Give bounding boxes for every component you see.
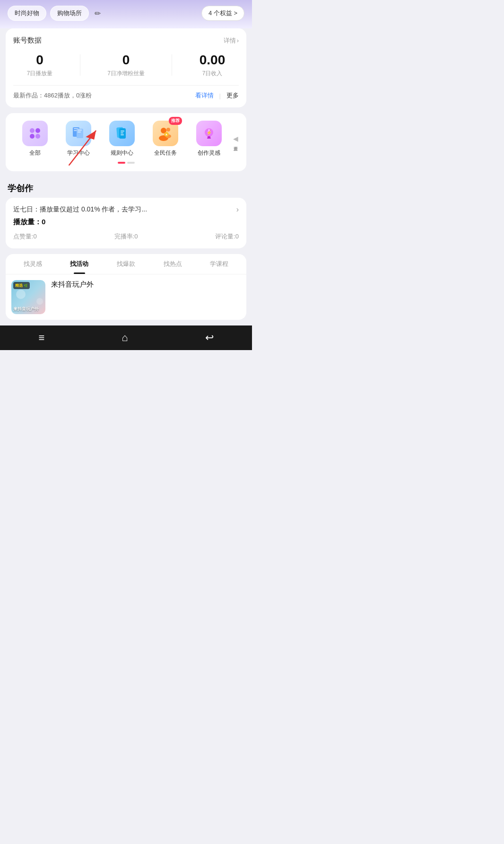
svg-rect-22 <box>207 138 211 139</box>
stat-plays: 0 7日播放量 <box>27 53 53 78</box>
svg-rect-12 <box>121 131 124 132</box>
people-icon <box>157 125 174 142</box>
dot-2 <box>127 162 135 164</box>
tab-trending[interactable]: 找爆款 <box>103 254 149 274</box>
tool-learning-label: 学习中心 <box>67 149 90 157</box>
tools-card: 全部 学习中心 <box>6 113 246 171</box>
tool-tasks[interactable]: 推荐 全民任务 <box>144 121 187 157</box>
account-card: 账号数据 详情 › 0 7日播放量 0 7日净增粉丝量 0.00 7日收入 最新 <box>6 28 246 107</box>
svg-point-17 <box>166 128 170 132</box>
pagination-dots <box>13 162 239 164</box>
stat-fans-value: 0 <box>107 53 145 68</box>
tool-learning[interactable]: 学习中心 <box>57 121 100 157</box>
app-container: 时尚好物 购物场所 ✏ 4 个权益 > 账号数据 详情 › 0 7日播放量 0 … <box>0 0 252 350</box>
view-detail-link[interactable]: 看详情 <box>195 91 214 100</box>
learn-stat-comments: 评论量:0 <box>215 232 239 241</box>
tool-all-label: 全部 <box>29 149 41 157</box>
svg-point-2 <box>30 134 35 139</box>
learn-stat-likes: 点赞量:0 <box>13 232 37 241</box>
stat-fans: 0 7日净增粉丝量 <box>107 53 145 78</box>
stat-plays-value: 0 <box>27 53 53 68</box>
svg-point-1 <box>35 128 40 133</box>
tool-inspiration-icon: ⚡ <box>196 121 222 146</box>
learn-stats-row: 点赞量:0 完播率:0 评论量:0 <box>13 232 239 241</box>
more-link[interactable]: 更多 <box>226 91 239 100</box>
tab-activities[interactable]: 找活动 <box>56 254 103 274</box>
tool-rules-icon <box>109 121 135 146</box>
tool-rules[interactable]: 规则中心 <box>100 121 144 157</box>
svg-point-3 <box>35 134 40 139</box>
learn-card-row: 近七日：播放量仅超过 0.01% 作者，去学习... › <box>13 205 239 214</box>
nav-menu-icon[interactable]: ≡ <box>38 332 44 344</box>
learn-card-text: 近七日：播放量仅超过 0.01% 作者，去学习... <box>13 205 147 214</box>
top-bar: 时尚好物 购物场所 ✏ 4 个权益 > <box>0 0 252 28</box>
tool-learning-icon <box>66 121 91 146</box>
tag-shopping[interactable]: 购物场所 <box>50 6 89 21</box>
dot-1 <box>118 162 125 164</box>
learn-section-title: 学创作 <box>0 177 252 198</box>
tool-inspiration-label: 创作灵感 <box>198 149 220 157</box>
svg-rect-8 <box>78 130 82 131</box>
nav-home-icon[interactable]: ⌂ <box>122 332 128 344</box>
slide-arrow-icon: ◀ <box>233 135 238 142</box>
stats-row: 0 7日播放量 0 7日净增粉丝量 0.00 7日收入 <box>13 53 239 78</box>
stat-fans-label: 7日净增粉丝量 <box>107 70 145 78</box>
tool-tasks-icon: 推荐 <box>153 121 178 146</box>
latest-work-text: 最新作品：4862播放，0涨粉 <box>13 91 92 100</box>
stat-income-label: 7日收入 <box>200 70 226 78</box>
recommend-badge: 推荐 <box>169 117 182 125</box>
rights-button[interactable]: 4 个权益 > <box>201 6 244 21</box>
tab-content: 精选 🌿 来抖音玩户外 来抖音玩户外 <box>6 274 246 320</box>
top-tags: 时尚好物 购物场所 ✏ <box>8 6 101 21</box>
svg-rect-21 <box>208 136 210 138</box>
slide-hint: ◀ 左滑更多 <box>233 135 239 143</box>
tool-all-icon <box>22 121 48 146</box>
purple-dots-icon <box>27 126 43 141</box>
account-card-title: 账号数据 <box>13 36 42 45</box>
content-tabs-card: 找灵感 找活动 找爆款 找热点 学课程 精选 🌿 来抖音玩户外 来抖音玩户外 <box>6 254 246 320</box>
bulb-icon: ⚡ <box>200 125 217 142</box>
learn-plays: 播放量：0 <box>13 218 239 227</box>
tag-fashion[interactable]: 时尚好物 <box>8 6 46 21</box>
learn-stat-completion: 完播率:0 <box>114 232 138 241</box>
svg-rect-9 <box>78 132 81 132</box>
tab-inspiration[interactable]: 找灵感 <box>9 254 56 274</box>
thumb-badge: 精选 🌿 <box>13 282 30 289</box>
svg-rect-14 <box>121 134 124 135</box>
tool-tasks-label: 全民任务 <box>154 149 177 157</box>
tool-rules-label: 规则中心 <box>111 149 133 157</box>
tab-courses[interactable]: 学课程 <box>196 254 243 274</box>
card-footer: 最新作品：4862播放，0涨粉 看详情 | 更多 <box>13 85 239 100</box>
tool-all[interactable]: 全部 <box>13 121 57 157</box>
footer-actions: 看详情 | 更多 <box>195 91 239 100</box>
thumb-text: 来抖音玩户外 <box>13 306 43 312</box>
stat-plays-label: 7日播放量 <box>27 70 53 78</box>
book-icon <box>70 125 87 142</box>
card-header: 账号数据 详情 › <box>13 36 239 45</box>
learn-card-arrow: › <box>236 205 239 214</box>
tools-grid: 全部 学习中心 <box>13 121 239 157</box>
note-icon <box>113 125 130 142</box>
footer-separator: | <box>219 92 221 99</box>
svg-point-0 <box>30 128 35 133</box>
bottom-nav: ≡ ⌂ ↩ <box>0 325 252 350</box>
tool-inspiration[interactable]: ⚡ 创作灵感 <box>187 121 231 157</box>
detail-link[interactable]: 详情 › <box>224 36 239 45</box>
tab-content-title: 来抖音玩户外 <box>51 280 94 289</box>
stat-income: 0.00 7日收入 <box>200 53 226 78</box>
svg-text:⚡: ⚡ <box>206 130 212 136</box>
stat-divider-2 <box>172 54 172 76</box>
nav-back-icon[interactable]: ↩ <box>205 332 214 344</box>
stat-income-value: 0.00 <box>200 53 226 68</box>
svg-rect-13 <box>121 132 123 133</box>
tabs-header: 找灵感 找活动 找爆款 找热点 学课程 <box>6 254 246 274</box>
stat-divider-1 <box>80 54 80 76</box>
learn-card[interactable]: 近七日：播放量仅超过 0.01% 作者，去学习... › 播放量：0 点赞量:0… <box>6 198 246 248</box>
tab-hotspot[interactable]: 找热点 <box>149 254 196 274</box>
content-thumbnail: 精选 🌿 来抖音玩户外 <box>11 280 45 314</box>
edit-icon[interactable]: ✏ <box>95 9 101 18</box>
